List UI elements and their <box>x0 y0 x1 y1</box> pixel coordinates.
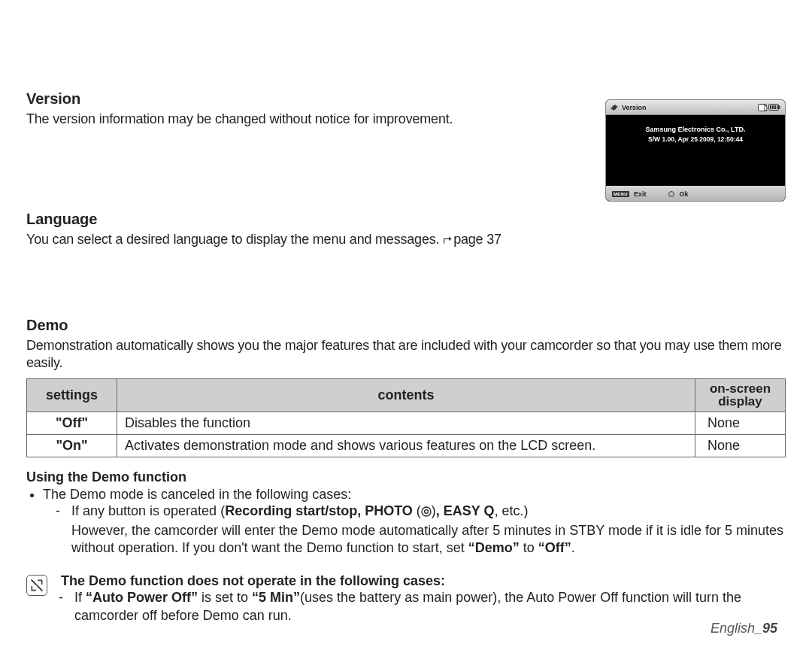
th-osd-line2: display <box>718 394 762 409</box>
note-dash-item: If “Auto Power Off” is set to “5 Min”(us… <box>74 589 786 624</box>
ok-dot-icon <box>668 191 674 197</box>
cell-on-desc: Activates demonstration mode and shows v… <box>117 435 695 457</box>
dash-q2: “Off” <box>538 540 571 555</box>
th-contents: contents <box>117 378 695 412</box>
svg-rect-6 <box>777 105 778 109</box>
svg-point-7 <box>422 507 431 516</box>
device-line2: S/W 1.00, Apr 25 2009, 12:50:44 <box>612 135 779 143</box>
cell-on-osd: None <box>695 435 786 457</box>
svg-rect-2 <box>779 106 780 109</box>
battery-icon <box>768 104 780 111</box>
svg-rect-4 <box>772 105 774 109</box>
device-line1: Samsung Electronics Co., LTD. <box>612 126 779 133</box>
device-ok: Ok <box>679 190 688 198</box>
cell-off: "Off" <box>27 412 117 435</box>
note-icon <box>26 575 47 596</box>
photo-button-icon <box>421 504 432 521</box>
dash-b2: , EASY Q <box>436 503 495 518</box>
language-heading: Language <box>26 211 786 228</box>
note-b1: “Auto Power Off” <box>86 590 198 605</box>
dash-q1: “Demo” <box>468 540 520 555</box>
cell-off-desc: Disables the function <box>117 412 695 435</box>
device-exit: Exit <box>634 190 647 198</box>
svg-point-8 <box>424 510 428 514</box>
language-body: You can select a desired language to dis… <box>26 231 786 248</box>
demo-heading: Demo <box>26 317 786 334</box>
using-heading: Using the Demo function <box>26 469 786 485</box>
device-title: Version <box>622 104 647 111</box>
cell-on: "On" <box>27 435 117 457</box>
table-row: "Off" Disables the function None <box>27 412 786 435</box>
note-b2: “5 Min” <box>252 590 300 605</box>
dash-pre: If any button is operated ( <box>71 503 225 518</box>
page-ref-arrow-icon <box>443 232 453 242</box>
th-osd: on-screen display <box>695 378 786 412</box>
demo-settings-table: settings contents on-screen display "Off… <box>26 378 786 458</box>
table-row: "On" Activates demonstration mode and sh… <box>27 435 786 457</box>
svg-rect-5 <box>774 105 776 109</box>
device-footer: MENU Exit Ok <box>606 186 785 202</box>
menu-button-label: MENU <box>612 191 629 197</box>
using-dash-item: If any button is operated (Recording sta… <box>71 503 786 557</box>
language-body-pre: You can select a desired language to dis… <box>26 232 443 247</box>
note-heading: The Demo function does not operate in th… <box>61 573 786 589</box>
cell-off-osd: None <box>695 412 786 435</box>
dash-line2: However, the camcorder will enter the De… <box>71 523 783 555</box>
dash-end: . <box>571 540 575 555</box>
note-mid: is set to <box>198 590 252 605</box>
dash-mid: ( <box>413 503 421 518</box>
language-body-post: page 37 <box>453 232 501 247</box>
dash-to: to <box>520 540 538 555</box>
card-icon <box>758 104 768 111</box>
gear-icon <box>611 104 618 111</box>
footer-label: English_ <box>710 621 762 636</box>
footer-page-number: 95 <box>762 621 777 636</box>
svg-rect-3 <box>770 105 771 109</box>
device-body: Samsung Electronics Co., LTD. S/W 1.00, … <box>606 115 785 186</box>
page-footer: English_95 <box>710 621 777 636</box>
using-bullet-text: The Demo mode is canceled in the followi… <box>43 487 351 502</box>
demo-body: Demonstration automatically shows you th… <box>26 337 786 372</box>
device-screenshot: Version Samsung Electronics Co., LTD. S/… <box>605 99 786 202</box>
device-header: Version <box>606 100 785 115</box>
dash-b1: Recording start/stop, PHOTO <box>225 503 413 518</box>
dash-post: , etc.) <box>495 503 529 518</box>
note-pre: If <box>74 590 86 605</box>
th-osd-line1: on-screen <box>710 381 771 396</box>
using-bullet: The Demo mode is canceled in the followi… <box>43 487 786 557</box>
th-settings: settings <box>27 378 117 412</box>
